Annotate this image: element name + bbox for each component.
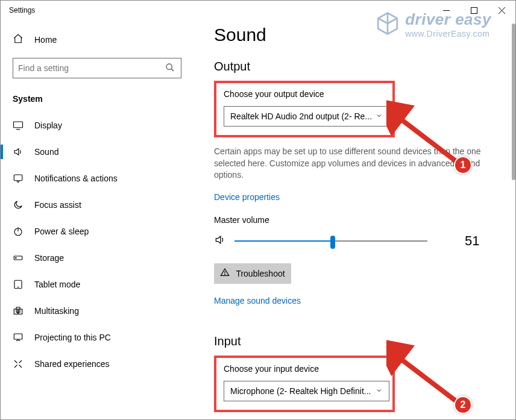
troubleshoot-button[interactable]: Troubleshoot	[214, 263, 291, 284]
display-icon	[13, 120, 24, 131]
warning-icon	[220, 268, 230, 279]
sidebar-item-notifications[interactable]: Notifications & actions	[1, 165, 194, 192]
nav-list: Display Sound Notifications & actions Fo…	[1, 112, 194, 377]
volume-value: 51	[465, 233, 479, 249]
sidebar-item-multitasking[interactable]: Multitasking	[1, 298, 194, 324]
svg-rect-17	[19, 309, 22, 314]
home-icon	[13, 33, 24, 46]
sidebar-item-projecting[interactable]: Projecting to this PC	[1, 324, 194, 351]
sidebar: Home System Display Sound Notification	[1, 20, 194, 420]
volume-slider[interactable]	[234, 235, 427, 247]
output-device-value: Realtek HD Audio 2nd output (2- Re...	[230, 111, 372, 121]
sidebar-item-focus[interactable]: Focus assist	[1, 192, 194, 218]
output-heading: Output	[214, 60, 515, 74]
home-label: Home	[34, 35, 57, 45]
chevron-down-icon	[376, 386, 383, 396]
svg-rect-15	[14, 309, 17, 314]
watermark-line2: www.DriverEasy.com	[405, 29, 491, 39]
sidebar-item-storage[interactable]: Storage	[1, 245, 194, 271]
svg-line-5	[171, 69, 174, 71]
nav-label: Storage	[34, 253, 64, 263]
scrollbar[interactable]	[512, 24, 515, 180]
sound-icon	[13, 146, 24, 157]
notifications-icon	[13, 173, 24, 184]
input-device-value: Microphone (2- Realtek High Definit...	[230, 386, 371, 396]
shared-icon	[13, 359, 24, 369]
window-title: Settings	[9, 6, 35, 14]
input-device-dropdown[interactable]: Microphone (2- Realtek High Definit...	[224, 381, 389, 401]
nav-label: Tablet mode	[34, 280, 80, 289]
storage-icon	[13, 252, 24, 263]
svg-point-4	[166, 64, 172, 69]
nav-label: Projecting to this PC	[34, 333, 111, 342]
svg-rect-16	[16, 307, 20, 312]
sidebar-item-tablet[interactable]: Tablet mode	[1, 271, 194, 298]
nav-label: Notifications & actions	[34, 174, 118, 183]
output-callout: Choose your output device Realtek HD Aud…	[214, 81, 395, 137]
nav-label: Display	[34, 121, 62, 130]
nav-label: Multitasking	[34, 306, 79, 316]
output-device-dropdown[interactable]: Realtek HD Audio 2nd output (2- Re...	[224, 106, 389, 127]
input-heading: Input	[214, 334, 515, 348]
svg-rect-8	[14, 175, 22, 181]
svg-line-22	[19, 365, 22, 368]
manage-devices-link[interactable]: Manage sound devices	[214, 296, 301, 306]
svg-line-19	[14, 360, 17, 363]
main-content: Sound Output Choose your output device R…	[194, 20, 515, 420]
home-button[interactable]: Home	[1, 27, 194, 52]
sidebar-item-power[interactable]: Power & sleep	[1, 218, 194, 245]
watermark: driver easy www.DriverEasy.com	[375, 10, 491, 39]
watermark-line1: driver easy	[405, 10, 491, 29]
nav-label: Power & sleep	[34, 227, 89, 236]
focus-icon	[13, 199, 24, 210]
close-button[interactable]	[488, 1, 515, 20]
category-label: System	[1, 89, 194, 112]
device-properties-link[interactable]: Device properties	[214, 192, 280, 202]
sidebar-item-shared[interactable]: Shared experiences	[1, 351, 194, 377]
output-choose-label: Choose your output device	[224, 89, 385, 99]
input-choose-label: Choose your input device	[224, 364, 385, 374]
troubleshoot-label: Troubleshoot	[236, 269, 285, 278]
search-icon	[165, 63, 175, 74]
projecting-icon	[13, 332, 24, 343]
svg-rect-18	[14, 334, 22, 339]
svg-rect-6	[14, 122, 23, 128]
master-volume-label: Master volume	[214, 215, 515, 225]
multitasking-icon	[13, 306, 24, 316]
sidebar-item-sound[interactable]: Sound	[1, 139, 194, 165]
watermark-logo-icon	[375, 11, 400, 38]
svg-point-12	[16, 257, 17, 259]
nav-label: Sound	[34, 147, 58, 157]
speaker-icon[interactable]	[214, 234, 226, 248]
svg-line-20	[19, 360, 22, 363]
nav-label: Shared experiences	[34, 359, 110, 369]
tablet-icon	[13, 279, 24, 290]
nav-label: Focus assist	[34, 200, 81, 210]
search-input[interactable]	[13, 58, 181, 78]
sidebar-item-display[interactable]: Display	[1, 112, 194, 139]
output-hint: Certain apps may be set up to use differ…	[214, 146, 485, 181]
svg-line-21	[14, 365, 17, 368]
svg-point-24	[225, 274, 225, 275]
search-field[interactable]	[18, 63, 176, 73]
chevron-down-icon	[376, 111, 383, 121]
power-icon	[13, 226, 24, 237]
input-callout: Choose your input device Microphone (2- …	[214, 356, 395, 412]
